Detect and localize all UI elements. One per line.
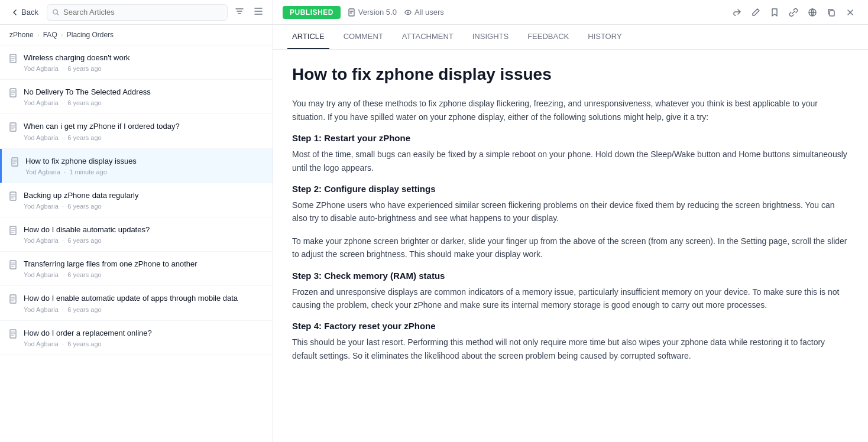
article-meta: Yod Agbaria · 6 years ago <box>24 306 263 313</box>
breadcrumb: zPhone › FAQ › Placing Orders <box>0 25 273 46</box>
tab-history[interactable]: HISTORY <box>583 25 626 49</box>
list-icon <box>254 6 263 16</box>
svg-rect-5 <box>830 11 834 16</box>
list-item[interactable]: No Delivery To The Selected Address Yod … <box>0 80 273 114</box>
breadcrumb-placing-orders[interactable]: Placing Orders <box>67 31 114 39</box>
list-item[interactable]: How do I order a replacement online? Yod… <box>0 321 273 355</box>
version-label: Version 5.0 <box>358 8 397 17</box>
list-item[interactable]: Wireless charging doesn't work Yod Agbar… <box>0 46 273 80</box>
step-block-3: Step 3: Check memory (RAM) statusFrozen … <box>292 271 849 312</box>
list-button[interactable] <box>251 4 265 20</box>
article-doc-icon <box>9 122 18 134</box>
step-block-2: Step 2: Configure display settingsSome Z… <box>292 184 849 261</box>
svg-point-3 <box>407 11 409 13</box>
back-label: Back <box>21 8 38 17</box>
step-block-4: Step 4: Factory reset your zPhoneThis sh… <box>292 321 849 362</box>
back-button[interactable]: Back <box>7 5 42 19</box>
article-sidebar: zPhone › FAQ › Placing Orders Wireless c… <box>0 25 273 442</box>
tab-insights[interactable]: INSIGHTS <box>468 25 513 49</box>
main-content: zPhone › FAQ › Placing Orders Wireless c… <box>0 25 868 442</box>
article-intro: You may try any of these methods to fix … <box>292 97 849 124</box>
article-meta: Yod Agbaria · 6 years ago <box>24 65 263 72</box>
step-body-2: To make your zphone screen brighter or d… <box>292 235 849 261</box>
article-meta: Yod Agbaria · 6 years ago <box>24 271 263 278</box>
search-icon <box>52 8 60 17</box>
bookmark-icon[interactable] <box>766 4 783 21</box>
step-body-4: This should be your last resort. Perform… <box>292 336 849 362</box>
article-title: When can i get my zPhone if I ordered to… <box>24 121 263 132</box>
article-doc-icon <box>9 294 18 306</box>
article-doc-icon <box>11 157 20 168</box>
article-doc-icon <box>9 226 18 237</box>
article-title: Backing up zPhone data regularly <box>24 190 263 201</box>
article-title: How to fix zphone display issues <box>25 156 263 167</box>
search-box[interactable] <box>47 4 228 21</box>
published-badge: PUBLISHED <box>283 6 341 19</box>
sidebar-header: Back <box>0 0 273 24</box>
action-icons <box>728 4 859 21</box>
article-doc-icon <box>9 191 18 203</box>
article-title: Transferring large files from one zPhone… <box>24 259 263 269</box>
users-label: All users <box>414 8 444 17</box>
list-item[interactable]: How to fix zphone display issues Yod Agb… <box>0 149 273 183</box>
article-title: Wireless charging doesn't work <box>24 53 263 63</box>
step-block-1: Step 1: Restart your zPhoneMost of the t… <box>292 133 849 174</box>
globe-icon[interactable] <box>804 4 821 21</box>
article-title: How do I disable automatic updates? <box>24 225 263 235</box>
tab-article[interactable]: ARTICLE <box>287 25 329 49</box>
article-tabs: ARTICLECOMMENTATTACHMENTINSIGHTSFEEDBACK… <box>273 25 868 50</box>
article-doc-icon <box>9 329 18 340</box>
step-heading-3: Step 3: Check memory (RAM) status <box>292 271 849 281</box>
users-info: All users <box>404 8 444 17</box>
article-title: No Delivery To The Selected Address <box>24 87 263 98</box>
list-item[interactable]: How do I enable automatic update of apps… <box>0 286 273 320</box>
document-icon <box>348 8 356 17</box>
eye-icon <box>404 8 412 17</box>
article-panel: ARTICLECOMMENTATTACHMENTINSIGHTSFEEDBACK… <box>273 25 868 442</box>
step-body-3: Frozen and unresponsive displays are com… <box>292 285 849 312</box>
top-bar: Back PUBLISHED Version 5.0 <box>0 0 868 25</box>
article-meta: Yod Agbaria · 6 years ago <box>24 203 263 210</box>
tab-comment[interactable]: COMMENT <box>339 25 388 49</box>
search-input[interactable] <box>63 8 222 17</box>
article-doc-icon <box>9 260 18 271</box>
article-meta: Yod Agbaria · 6 years ago <box>24 340 263 347</box>
article-list: Wireless charging doesn't work Yod Agbar… <box>0 46 273 442</box>
article-title: How do I enable automatic update of apps… <box>24 293 263 304</box>
article-meta: Yod Agbaria · 6 years ago <box>24 134 263 141</box>
step-body-2: Some ZPhone users who have experienced s… <box>292 199 849 225</box>
back-icon <box>11 8 19 17</box>
article-doc-icon <box>9 88 18 99</box>
tab-feedback[interactable]: FEEDBACK <box>523 25 574 49</box>
list-item[interactable]: How do I disable automatic updates? Yod … <box>0 217 273 252</box>
filter-icon <box>235 6 244 16</box>
step-heading-4: Step 4: Factory reset your zPhone <box>292 321 849 331</box>
version-info: Version 5.0 <box>348 8 397 17</box>
article-title: How do I order a replacement online? <box>24 328 263 339</box>
article-meta: Yod Agbaria · 6 years ago <box>24 99 263 106</box>
article-doc-icon <box>9 54 18 65</box>
list-item[interactable]: Transferring large files from one zPhone… <box>0 252 273 286</box>
article-meta: Yod Agbaria · 6 years ago <box>24 237 263 244</box>
article-title-main: How to fix zphone display issues <box>292 64 849 85</box>
svg-rect-1 <box>349 9 354 16</box>
step-body-1: Most of the time, small bugs can easily … <box>292 148 849 174</box>
filter-button[interactable] <box>232 4 247 20</box>
list-item[interactable]: When can i get my zPhone if I ordered to… <box>0 114 273 148</box>
step-heading-1: Step 1: Restart your zPhone <box>292 133 849 143</box>
article-meta: Yod Agbaria · 1 minute ago <box>25 168 263 176</box>
tab-attachment[interactable]: ATTACHMENT <box>397 25 458 49</box>
article-header-bar: PUBLISHED Version 5.0 All users <box>273 4 868 21</box>
breadcrumb-zphone[interactable]: zPhone <box>9 31 34 39</box>
step-heading-2: Step 2: Configure display settings <box>292 184 849 194</box>
share-icon[interactable] <box>728 4 745 21</box>
list-item[interactable]: Backing up zPhone data regularly Yod Agb… <box>0 183 273 217</box>
edit-icon[interactable] <box>747 4 764 21</box>
breadcrumb-faq[interactable]: FAQ <box>43 31 57 39</box>
link-icon[interactable] <box>785 4 802 21</box>
article-body: How to fix zphone display issuesYou may … <box>273 50 868 442</box>
copy-icon[interactable] <box>823 4 840 21</box>
close-icon[interactable] <box>842 4 859 21</box>
